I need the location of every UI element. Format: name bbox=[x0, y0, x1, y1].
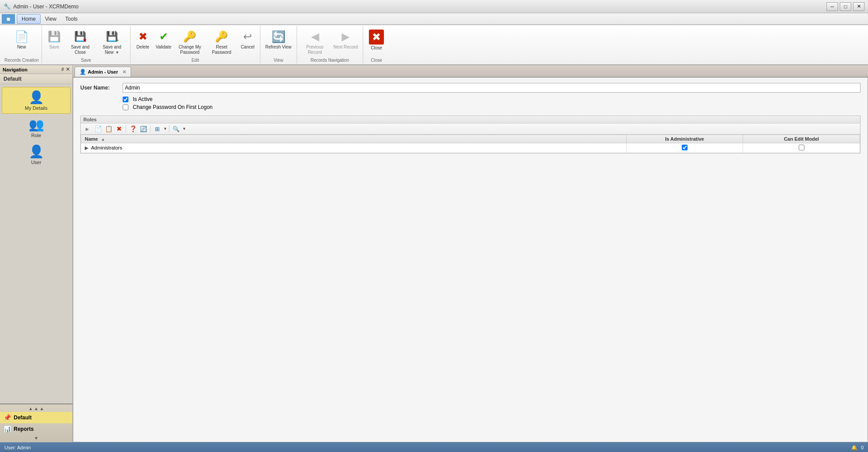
roles-section: Roles ▶ 📄 📋 ✖ ❓ bbox=[80, 116, 860, 153]
roles-label: Roles bbox=[83, 117, 97, 122]
nav-item-role[interactable]: 👥 Role bbox=[2, 115, 71, 141]
status-bell-icon: 🔔 bbox=[851, 445, 857, 451]
nav-close-icon[interactable]: ✕ bbox=[66, 67, 70, 72]
col-is-admin-label: Is Administrative bbox=[665, 136, 704, 142]
minimize-button[interactable]: ─ bbox=[827, 2, 838, 11]
delete-label: Delete bbox=[136, 45, 149, 50]
roles-filter-icon: 🔍 bbox=[173, 126, 180, 132]
tab-admin-user[interactable]: 👤 Admin - User ✕ bbox=[75, 67, 131, 77]
save-new-label: Save and New ▼ bbox=[99, 45, 125, 55]
user-icon: 👤 bbox=[29, 144, 44, 159]
row-name-value: Administrators bbox=[91, 145, 122, 150]
maximize-button[interactable]: □ bbox=[840, 2, 851, 11]
tab-admin-user-icon: 👤 bbox=[79, 69, 86, 75]
roles-help-button[interactable]: ❓ bbox=[128, 124, 138, 133]
navigation-panel: Navigation # ✕ Default 👤 My Details 👥 Ro… bbox=[0, 65, 73, 442]
save-close-icon: 💾✖ bbox=[73, 30, 87, 44]
roles-delete-button[interactable]: ✖ bbox=[114, 124, 124, 133]
cancel-label: Cancel bbox=[241, 45, 255, 50]
nav-pin-icon[interactable]: # bbox=[61, 67, 64, 72]
tab-admin-user-close[interactable]: ✕ bbox=[122, 69, 126, 75]
validate-label: Validate bbox=[156, 45, 171, 50]
roles-edit-button[interactable]: 📋 bbox=[104, 124, 113, 133]
title-bar: 🔧 Admin - User - XCRMDemo ─ □ ✕ bbox=[0, 0, 868, 13]
close-button[interactable]: ✖ Close bbox=[367, 28, 386, 52]
refresh-button[interactable]: 🔄 Refresh View bbox=[263, 28, 293, 52]
roles-layout-arrow: ▼ bbox=[163, 127, 167, 131]
roles-toolbar: ▶ 📄 📋 ✖ ❓ 🔄 bbox=[81, 123, 860, 134]
next-record-label: Next Record bbox=[334, 45, 358, 50]
menu-home[interactable]: Home bbox=[17, 14, 41, 24]
nav-scroll-down[interactable]: ▼ bbox=[0, 435, 72, 441]
reset-password-button[interactable]: 🔑 Reset Password bbox=[206, 28, 237, 57]
row-is-admin-checkbox[interactable] bbox=[682, 145, 688, 150]
col-name-label: Name bbox=[85, 136, 98, 142]
menu-view[interactable]: View bbox=[41, 15, 61, 23]
save-icon: 💾 bbox=[47, 30, 61, 44]
reports-footer-icon: 📊 bbox=[4, 426, 11, 433]
roles-header: Roles bbox=[81, 116, 860, 123]
save-new-icon: 💾+ bbox=[105, 30, 119, 44]
col-header-is-admin[interactable]: Is Administrative bbox=[626, 135, 743, 143]
row-name-cell: ▶ Administrators bbox=[81, 143, 627, 153]
ribbon-btns-close: ✖ Close bbox=[366, 27, 387, 57]
row-expand-icon[interactable]: ▶ bbox=[85, 145, 88, 150]
status-count: 0 bbox=[861, 445, 864, 450]
form-row-change-pw: Change Password On First Logon bbox=[80, 104, 860, 110]
nav-item-my-details[interactable]: 👤 My Details bbox=[2, 87, 71, 114]
nav-scroll-up[interactable]: ▲ ▲ ▲ bbox=[0, 405, 72, 412]
roles-help-icon: ❓ bbox=[129, 125, 137, 132]
roles-sep-1 bbox=[126, 125, 126, 133]
is-active-label: Is Active bbox=[133, 96, 153, 102]
validate-button[interactable]: ✔ Validate bbox=[154, 28, 173, 52]
nav-item-user[interactable]: 👤 User bbox=[2, 142, 71, 168]
edit-group-label: Edit bbox=[133, 57, 257, 63]
roles-refresh-button[interactable]: 🔄 bbox=[139, 124, 148, 133]
refresh-icon: 🔄 bbox=[271, 30, 286, 44]
new-button[interactable]: 📄 New bbox=[12, 28, 31, 52]
close-window-button[interactable]: ✕ bbox=[853, 2, 864, 11]
records-creation-label: Records Creation bbox=[4, 57, 39, 63]
roles-layout-button[interactable]: ⊞ bbox=[152, 124, 162, 133]
ribbon: 📄 New Records Creation 💾 Save 💾✖ Save an… bbox=[0, 25, 868, 65]
roles-edit-icon: 📋 bbox=[105, 125, 113, 132]
table-row[interactable]: ▶ Administrators bbox=[81, 143, 860, 153]
save-close-button[interactable]: 💾✖ Save and Close bbox=[65, 28, 96, 57]
default-footer-label: Default bbox=[14, 415, 32, 421]
row-can-edit-checkbox[interactable] bbox=[799, 145, 804, 150]
username-input[interactable] bbox=[123, 83, 860, 93]
is-active-checkbox[interactable] bbox=[123, 97, 128, 102]
roles-filter-arrow: ▼ bbox=[182, 127, 186, 131]
save-new-button[interactable]: 💾+ Save and New ▼ bbox=[97, 28, 128, 57]
ribbon-group-close: ✖ Close Close bbox=[363, 26, 390, 64]
roles-filter-button[interactable]: 🔍 bbox=[171, 124, 181, 133]
title-bar-left: 🔧 Admin - User - XCRMDemo bbox=[4, 3, 79, 10]
ribbon-group-edit: ✖ Delete ✔ Validate 🔑 Change My Password… bbox=[131, 26, 260, 64]
cancel-button[interactable]: ↩ Cancel bbox=[238, 28, 257, 52]
change-password-button[interactable]: 🔑 Change My Password bbox=[174, 28, 205, 57]
menu-tools[interactable]: Tools bbox=[61, 15, 82, 23]
view-group-label: View bbox=[263, 57, 293, 63]
nav-footer-reports[interactable]: 📊 Reports bbox=[0, 423, 72, 435]
change-pw-checkbox[interactable] bbox=[123, 105, 128, 110]
window-controls: ─ □ ✕ bbox=[827, 2, 864, 11]
col-header-name[interactable]: Name ▲ bbox=[81, 135, 627, 143]
app-icon[interactable]: ■ bbox=[2, 14, 15, 24]
app-menu-icon[interactable]: 🔧 bbox=[4, 3, 11, 10]
previous-record-icon: ◀ bbox=[308, 30, 322, 44]
col-header-can-edit[interactable]: Can Edit Model bbox=[743, 135, 860, 143]
roles-add-button[interactable]: 📄 bbox=[93, 124, 103, 133]
save-label: Save bbox=[49, 45, 59, 50]
ribbon-group-records-nav: ◀ Previous Record ▶ Next Record Records … bbox=[297, 26, 364, 64]
form-row-username: User Name: bbox=[80, 83, 860, 93]
cancel-icon: ↩ bbox=[240, 30, 255, 44]
previous-record-button: ◀ Previous Record bbox=[300, 28, 331, 57]
nav-footer-default[interactable]: 📌 Default bbox=[0, 412, 72, 423]
role-label: Role bbox=[31, 133, 41, 138]
roles-delete-icon: ✖ bbox=[116, 125, 122, 132]
status-right: 🔔 0 bbox=[851, 445, 864, 451]
status-bar: User: Admin 🔔 0 bbox=[0, 442, 868, 452]
delete-button[interactable]: ✖ Delete bbox=[133, 28, 153, 52]
form-row-is-active: Is Active bbox=[80, 96, 860, 102]
ribbon-body: 📄 New Records Creation 💾 Save 💾✖ Save an… bbox=[0, 25, 868, 64]
